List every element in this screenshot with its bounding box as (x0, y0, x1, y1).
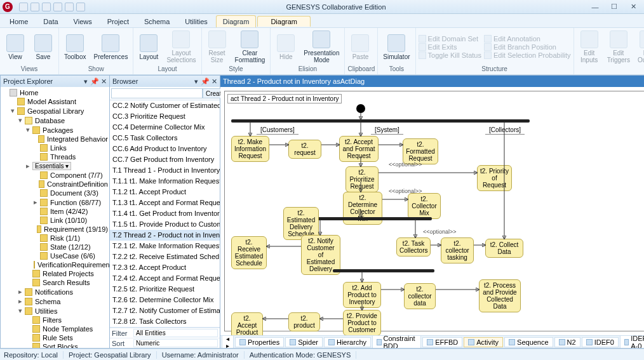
tree-node[interactable]: Threads (2, 152, 109, 161)
ribbon-save[interactable]: Save (30, 33, 56, 62)
diagram-tab-effbd[interactable]: EFFBD (422, 337, 462, 347)
menu-tab-home[interactable]: Home (3, 15, 35, 27)
diagram-tab-spider[interactable]: Spider (285, 337, 323, 347)
tree-node[interactable]: Link (10/10) (2, 216, 109, 225)
dropdown-icon[interactable]: ▾ (83, 78, 89, 84)
diagram-tab-n2[interactable]: N2 (554, 337, 580, 347)
browser-item[interactable]: T.2.4 t2. Accept and Format Request (110, 273, 220, 284)
diagram-canvas[interactable]: act Thread 2 - Product not in Inventory … (224, 91, 644, 331)
activity-node[interactable]: t2. Task Collectors (396, 237, 431, 257)
qat-icon[interactable] (76, 3, 85, 11)
diagram-tab-activity[interactable]: Activity (464, 337, 503, 347)
activity-node[interactable]: t2. Provide Product to Customer (343, 310, 381, 335)
pin-icon[interactable]: 📌 (91, 78, 98, 84)
qat-icon[interactable] (65, 3, 74, 11)
dropdown-icon[interactable]: ▾ (193, 78, 199, 84)
tree-twisty-icon[interactable]: ▾ (17, 307, 23, 315)
ribbon-line-icon[interactable] (484, 35, 492, 43)
activity-node[interactable]: t2. Prioritize Request (345, 166, 379, 192)
tree-node[interactable]: UseCase (6/6) (2, 251, 109, 260)
close-icon[interactable]: ✕ (100, 78, 107, 84)
diagram-tab-constraint-bdd[interactable]: Constraint BDD (372, 335, 421, 348)
tree-twisty-icon[interactable]: ▾ (17, 116, 23, 124)
diagram-tab-idef0[interactable]: IDEF0 (582, 337, 619, 347)
browser-item[interactable]: T.2.5 t2. Prioritize Request (110, 284, 220, 295)
tree-twisty-icon[interactable]: ▸ (17, 297, 23, 305)
browser-item[interactable]: T.1 Thread 1 - Product in Inventory (110, 165, 220, 176)
activity-node[interactable]: t2. Accept Product (231, 312, 263, 335)
diagram-canvas-wrap[interactable]: act Thread 2 - Product not in Inventory … (220, 87, 644, 335)
ribbon-line-label[interactable]: Edit Exits (428, 43, 457, 51)
ribbon-line-label[interactable]: Edit Selection Probability (493, 51, 571, 59)
browser-item[interactable]: T.2.7 t2. Notify Customer of Estimated D… (110, 305, 220, 316)
tree-node[interactable]: VerificationRequirement (2, 260, 109, 269)
ribbon-line-icon[interactable] (484, 43, 492, 51)
ribbon-view[interactable]: View (3, 33, 28, 62)
menu-tab-data[interactable]: Data (36, 15, 65, 27)
ribbon-line-icon[interactable] (419, 35, 426, 43)
tree-twisty-icon[interactable]: ▸ (32, 198, 39, 206)
activity-node[interactable]: t2. Priority of Request (477, 165, 512, 191)
tree-node[interactable]: Filters (2, 316, 109, 324)
activity-node[interactable]: t2. Process and Provide Collected Data (479, 279, 521, 312)
browser-item[interactable]: T.2.2 t2. Receive Estimated Schedule (110, 251, 220, 262)
activity-node[interactable]: t2. Accept and Format Request (339, 136, 379, 162)
ribbon-line-icon[interactable] (484, 51, 492, 59)
pin-icon[interactable]: 📌 (202, 78, 208, 84)
menu-tab-schema[interactable]: Schema (137, 15, 177, 27)
ribbon-simulator[interactable]: Simulator (380, 33, 412, 62)
ribbon-presentation-mode[interactable]: PresentationMode (301, 29, 342, 65)
menu-tab-utilities[interactable]: Utilities (178, 15, 214, 27)
ribbon-line-label[interactable]: Edit Branch Position (493, 43, 556, 51)
tree-node[interactable]: ▸Essentials ▾ (2, 161, 109, 171)
ribbon-clear-formatting[interactable]: ClearFormatting (232, 29, 268, 65)
tree-twisty-icon[interactable]: ▸ (25, 162, 31, 170)
diagram-tab-idef0-a-0[interactable]: IDEF0 A-0 (620, 335, 644, 348)
close-icon[interactable]: ✕ (211, 78, 217, 84)
browser-item[interactable]: CC.5 Task Collectors (110, 133, 220, 143)
browser-item[interactable]: CC.7 Get Product from Inventory (110, 154, 220, 165)
tree-node[interactable]: ▾Database (2, 116, 109, 125)
tree-dropdown[interactable]: Essentials ▾ (32, 162, 71, 170)
browser-item[interactable]: T.1.5 t1. Provide Product to Customer (110, 219, 220, 230)
ribbon-edit-outputs[interactable]: EditOutputs (635, 29, 644, 65)
filter-value[interactable]: All Entities (133, 329, 218, 337)
tree-node[interactable]: Integrated Behavior (2, 135, 109, 143)
tree-twisty-icon[interactable]: ▾ (10, 107, 16, 115)
browser-item[interactable]: CC.2 Notify Customer of Estimated Delive… (110, 100, 220, 111)
ribbon-line-label[interactable]: Edit Domain Set (428, 35, 478, 43)
ribbon-line-icon[interactable] (419, 43, 426, 51)
diagram-tab-hierarchy[interactable]: Hierarchy (324, 337, 371, 347)
ribbon-hide[interactable]: Hide (273, 33, 299, 62)
ribbon-edit-triggers[interactable]: EditTriggers (605, 29, 633, 65)
browser-item[interactable]: CC.6 Add Product to Inventory (110, 143, 220, 154)
browser-search-input[interactable] (111, 88, 203, 98)
activity-node[interactable]: t2. request (288, 140, 321, 159)
tree-node[interactable]: ▸Function (68/77) (2, 197, 109, 207)
start-node[interactable] (356, 104, 365, 113)
menu-tab-views[interactable]: Views (67, 15, 99, 27)
browser-item[interactable]: T.2.3 t2. Accept Product (110, 262, 220, 273)
activity-node[interactable]: t2. Collect Data (485, 239, 523, 258)
tree-node[interactable]: Item (42/42) (2, 207, 109, 216)
tree-node[interactable]: Sort Blocks (2, 342, 109, 348)
activity-node[interactable]: t2. Formatted Request (403, 138, 438, 164)
tree-node[interactable]: Model Assistant (2, 97, 109, 106)
activity-node[interactable]: t2. Receive Estimated Schedule (231, 236, 267, 269)
tree-node[interactable]: Risk (1/1) (2, 234, 109, 243)
browser-item[interactable]: T.2.1 t2. Make Information Request (110, 241, 220, 251)
menu-tab-project[interactable]: Project (100, 15, 136, 27)
project-tree[interactable]: HomeModel Assistant▾Geospatial Library▾D… (1, 87, 109, 348)
browser-item[interactable]: T.1.4 t1. Get Product from Inventory (110, 208, 220, 219)
browser-item[interactable]: T.1.1 t1. Make Information Request (110, 176, 220, 187)
maximize-button[interactable]: ☐ (606, 3, 622, 11)
browser-item[interactable]: T.2.8 t2. Task Collectors (110, 316, 220, 327)
ribbon-paste[interactable]: Paste (347, 33, 373, 62)
tree-node[interactable]: ▸Schema (2, 297, 109, 306)
tree-node[interactable]: Node Templates (2, 324, 109, 333)
tree-node[interactable]: ▸Notifications (2, 287, 109, 297)
activity-node[interactable]: t2. collector data (404, 283, 436, 309)
ribbon-layout-selections[interactable]: LayoutSelections (164, 29, 198, 65)
tree-node[interactable]: ▾Packages (2, 125, 109, 135)
tree-node[interactable]: Requirement (19/19) (2, 225, 109, 234)
